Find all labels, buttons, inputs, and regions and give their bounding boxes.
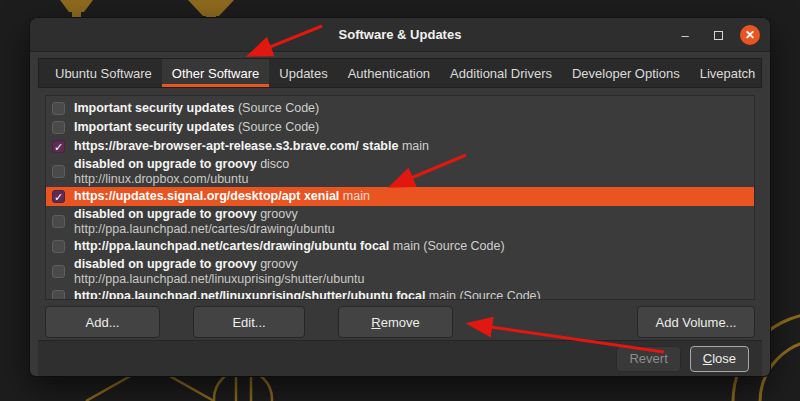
source-row[interactable]: ✓ Important security updates (Source Cod… — [46, 118, 754, 137]
window-controls: – ✕ — [674, 18, 760, 52]
tab-authentication[interactable]: Authentication — [338, 59, 440, 87]
window-title: Software & Updates — [339, 27, 462, 42]
window-close-icon[interactable]: ✕ — [740, 25, 760, 45]
tab-additional-drivers[interactable]: Additional Drivers — [440, 59, 562, 87]
software-sources-list[interactable]: ✓ Important security updates (Source Cod… — [45, 95, 755, 300]
source-row[interactable]: ✓ Important security updates (Source Cod… — [46, 99, 754, 118]
source-checkbox[interactable]: ✓ — [52, 121, 65, 134]
source-row-cartes-disabled[interactable]: ✓ disabled on upgrade to groovy groovy h… — [46, 206, 754, 237]
maximize-icon[interactable] — [707, 24, 729, 46]
source-checkbox[interactable]: ✓ — [52, 165, 65, 178]
add-volume-button[interactable]: Add Volume... — [637, 306, 755, 338]
source-row-cartes[interactable]: ✓ http://ppa.launchpad.net/cartes/drawin… — [46, 237, 754, 256]
tab-ubuntu-software[interactable]: Ubuntu Software — [45, 59, 162, 87]
titlebar[interactable]: Software & Updates – ✕ — [30, 18, 770, 52]
tab-other-software[interactable]: Other Software — [162, 59, 269, 87]
source-checkbox[interactable]: ✓ — [52, 140, 65, 153]
source-checkbox[interactable]: ✓ — [52, 290, 65, 300]
close-button[interactable]: Close — [690, 346, 749, 372]
revert-button[interactable]: Revert — [616, 346, 680, 372]
source-actions: Add... Edit... Remove Add Volume... — [45, 306, 755, 338]
source-row-dropbox[interactable]: ✓ disabled on upgrade to groovy disco ht… — [46, 156, 754, 187]
tab-developer-options[interactable]: Developer Options — [562, 59, 690, 87]
source-checkbox[interactable]: ✓ — [52, 190, 65, 203]
tab-livepatch[interactable]: Livepatch — [690, 59, 766, 87]
dialog-content: Ubuntu Software Other Software Updates A… — [30, 52, 770, 376]
tab-bar: Ubuntu Software Other Software Updates A… — [38, 58, 762, 88]
source-row-shutter[interactable]: ✓ http://ppa.launchpad.net/linuxuprising… — [46, 287, 754, 300]
add-button[interactable]: Add... — [45, 306, 160, 338]
source-checkbox[interactable]: ✓ — [52, 240, 65, 253]
source-row-signal-selected[interactable]: ✓ https://updates.signal.org/desktop/apt… — [46, 187, 754, 206]
source-checkbox[interactable]: ✓ — [52, 215, 65, 228]
minimize-icon[interactable]: – — [674, 24, 696, 46]
source-checkbox[interactable]: ✓ — [52, 265, 65, 278]
edit-button[interactable]: Edit... — [193, 306, 305, 338]
source-checkbox[interactable]: ✓ — [52, 102, 65, 115]
software-updates-window: Software & Updates – ✕ Ubuntu Software O… — [30, 18, 770, 376]
dialog-footer: Revert Close — [38, 340, 762, 376]
tab-updates[interactable]: Updates — [269, 59, 337, 87]
remove-button[interactable]: Remove — [338, 306, 453, 338]
source-row-brave[interactable]: ✓ https://brave-browser-apt-release.s3.b… — [46, 137, 754, 156]
source-row-shutter-disabled[interactable]: ✓ disabled on upgrade to groovy groovy h… — [46, 256, 754, 287]
